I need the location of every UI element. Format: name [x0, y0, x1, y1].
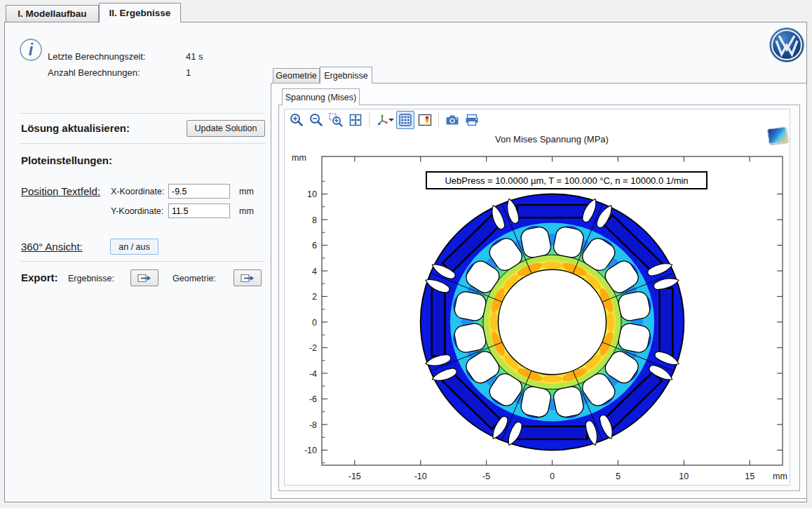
export-results-label: Ergebnisse:	[68, 274, 114, 283]
x-tick-label: 0	[550, 472, 555, 481]
y-tick-label: 6	[312, 241, 317, 250]
annotation-text: UebPress = 10.0000 µm, T = 100.000 °C, n…	[445, 175, 688, 186]
zoom-out-icon	[309, 112, 324, 128]
printer-icon	[464, 112, 480, 128]
toolbar-separator	[369, 113, 370, 127]
separator	[20, 261, 265, 262]
tab-ergebnisse-inner-label: Ergebnisse	[324, 71, 368, 81]
grid-toggle-button[interactable]	[396, 111, 414, 129]
view360-toggle-label: an / aus	[119, 242, 149, 252]
x-tick-label: 5	[616, 472, 621, 481]
plot-frame: Von Mises Spannung (MPa)-15-10-505101510…	[284, 109, 790, 486]
x-tick-label: -5	[482, 472, 490, 481]
y-tick-label: 8	[312, 215, 317, 225]
separator	[20, 143, 265, 144]
tab-modellaufbau-label: I. Modellaufbau	[18, 8, 86, 19]
zoom-in-icon	[289, 112, 304, 128]
update-solution-button[interactable]: Update Solution	[187, 120, 265, 137]
tab-spannung-mises-label: Spannung (Mises)	[285, 93, 356, 102]
last-calc-time-value: 41 s	[186, 51, 203, 62]
color-legend-icon	[417, 112, 433, 128]
last-calc-time-label: Letzte Berechnungszeit:	[48, 51, 145, 62]
y-axis-unit: mm	[292, 153, 306, 163]
y-tick-label: 10	[307, 189, 317, 199]
y-tick-label: 0	[312, 318, 317, 328]
export-icon	[240, 273, 255, 283]
x-coordinate-label: X-Koordinate:	[111, 187, 164, 196]
tab-spannung-mises[interactable]: Spannung (Mises)	[282, 88, 360, 105]
solution-heading: Lösung aktualisieren:	[21, 122, 130, 134]
tab-ergebnisse-inner[interactable]: Ergebnisse	[320, 67, 372, 83]
axes-dropdown-caret[interactable]	[388, 119, 394, 121]
x-coordinate-unit: mm	[239, 187, 254, 196]
y-tick-label: 4	[312, 267, 317, 276]
axes-orientation-icon	[374, 112, 388, 128]
mini-plot-icon[interactable]	[767, 126, 787, 144]
snapshot-button[interactable]	[443, 111, 461, 129]
tab-geometrie-label: Geometrie	[276, 71, 316, 81]
separator	[20, 113, 265, 114]
y-tick-label: -8	[309, 420, 317, 430]
plot-toolbar	[287, 111, 481, 129]
export-heading: Export:	[21, 272, 58, 283]
export-geometry-label: Geometrie:	[172, 274, 216, 283]
zoom-out-button[interactable]	[307, 111, 325, 129]
tab-modellaufbau[interactable]: I. Modellaufbau	[6, 5, 99, 22]
y-coordinate-unit: mm	[239, 206, 254, 216]
tab-ergebnisse-label: II. Ergebnisse	[109, 8, 171, 18]
zoom-extents-icon	[348, 112, 363, 128]
rotor-graphic	[421, 194, 684, 450]
export-geometry-button[interactable]	[234, 269, 262, 286]
info-icon: i	[19, 38, 43, 62]
y-tick-label: -6	[309, 394, 317, 404]
y-coordinate-label: Y-Koordinate:	[111, 206, 163, 216]
update-solution-label: Update Solution	[195, 123, 257, 133]
x-coordinate-input[interactable]	[168, 184, 230, 199]
zoom-in-button[interactable]	[287, 111, 306, 129]
plot-title: Von Mises Spannung (MPa)	[495, 134, 609, 145]
toolbar-separator	[438, 113, 439, 127]
svg-text:i: i	[29, 41, 34, 59]
y-tick-label: -4	[309, 369, 317, 379]
tab-ergebnisse[interactable]: II. Ergebnisse	[99, 3, 181, 22]
x-tick-label: 15	[745, 472, 755, 481]
x-axis-unit: mm	[773, 472, 787, 481]
stress-plot: Von Mises Spannung (MPa)-15-10-505101510…	[285, 109, 790, 485]
axes-orientation-button[interactable]	[374, 111, 395, 129]
plot-settings-heading: Ploteinstellungen:	[21, 154, 112, 166]
export-icon	[137, 273, 152, 283]
print-button[interactable]	[463, 111, 481, 129]
view360-toggle-button[interactable]: an / aus	[110, 239, 158, 255]
grid-icon	[398, 112, 413, 128]
color-legend-button[interactable]	[416, 111, 434, 129]
x-tick-label: 10	[679, 472, 689, 481]
x-tick-label: -15	[349, 472, 361, 481]
zoom-extents-button[interactable]	[346, 111, 365, 129]
y-tick-label: -10	[304, 446, 317, 455]
y-tick-label: -2	[309, 343, 317, 353]
export-results-button[interactable]	[130, 269, 158, 286]
x-tick-label: -10	[414, 472, 427, 481]
vw-logo	[769, 27, 805, 63]
position-textfield-label: Position Textfeld:	[21, 185, 100, 197]
view360-label: 360° Ansicht:	[21, 241, 83, 253]
zoom-box-button[interactable]	[327, 111, 345, 129]
calc-count-value: 1	[186, 67, 191, 78]
y-coordinate-input[interactable]	[168, 203, 230, 218]
calc-count-label: Anzahl Berechnungen:	[48, 67, 140, 78]
y-tick-label: 2	[312, 292, 317, 302]
camera-icon	[445, 112, 460, 128]
tab-geometrie[interactable]: Geometrie	[273, 68, 320, 83]
zoom-box-icon	[328, 112, 344, 128]
